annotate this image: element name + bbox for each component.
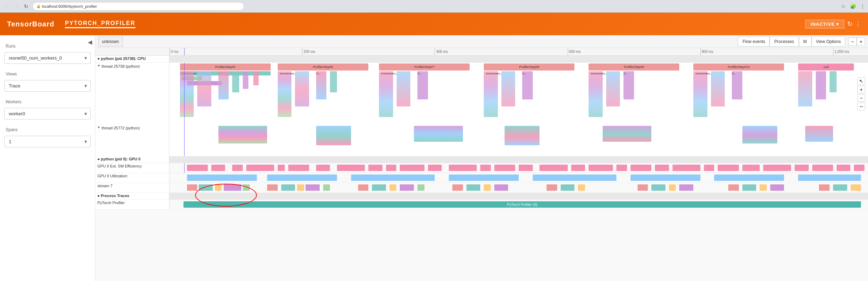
header-reload-button[interactable]: ↻ <box>847 20 852 28</box>
back-button[interactable]: ← <box>3 3 10 10</box>
step6-stack3 <box>316 71 327 99</box>
o9-label: O... <box>623 72 628 75</box>
cursor-line <box>184 48 185 55</box>
sm-bar13 <box>449 165 477 171</box>
s7-bar16 <box>452 184 463 191</box>
s7-bar4 <box>224 184 241 191</box>
flow-events-button[interactable]: Flow events <box>738 37 770 47</box>
plugin-name: PYTORCH_PROFILER <box>65 20 135 28</box>
header-settings-button[interactable]: ⋮ <box>855 21 861 28</box>
util-bar5 <box>533 175 617 181</box>
inactive-button[interactable]: INACTIVE ▾ <box>805 20 844 29</box>
runs-select-wrapper: resnet50_num_workers_0 ▼ <box>4 52 91 64</box>
gpu-sm-content[interactable] <box>169 163 868 173</box>
sm-bar12 <box>428 165 442 171</box>
puzzle-icon: 🧩 <box>850 4 856 9</box>
pytorch-profiler-bar: PyTorch Profiler (0) <box>183 201 861 208</box>
step6-stack4 <box>330 71 337 92</box>
reload-button[interactable]: ↻ <box>23 3 30 10</box>
s7-bar9 <box>306 184 320 191</box>
runs-select[interactable]: resnet50_num_workers_0 <box>4 52 91 64</box>
spans-select[interactable]: 1 <box>4 136 91 147</box>
s7-bar30 <box>770 184 784 191</box>
profiler-step-6: ProfilerStep#6 <box>278 63 368 71</box>
processes-button[interactable]: Processes <box>770 37 798 47</box>
s7-bar18 <box>484 184 491 191</box>
pytorch-profiler-content[interactable]: PyTorch Profiler (0) <box>169 200 868 209</box>
s7-bar14 <box>400 184 414 191</box>
step7-stack <box>379 71 393 117</box>
pytorch-profiler-row: PyTorch Profiler PyTorch Profiler (0) <box>95 200 868 210</box>
step8-stack3 <box>522 71 533 99</box>
view-options-button[interactable]: View Options <box>812 37 845 47</box>
tick-600: 600 ms <box>568 48 581 55</box>
step5-stack4 <box>232 71 239 92</box>
zoom-out-button[interactable]: − <box>848 37 857 46</box>
zoom-nav: ↖ + − ↔ <box>857 77 865 110</box>
gpu-util-content[interactable] <box>169 173 868 183</box>
sm-bar4 <box>246 165 274 171</box>
step8-stack2 <box>501 71 516 106</box>
step10-stack2 <box>711 71 725 106</box>
s7-bar32 <box>833 184 847 191</box>
step7-stack3 <box>417 71 428 99</box>
s7-bar8 <box>297 184 304 191</box>
sm-bar24 <box>704 165 715 171</box>
s7-bar22 <box>578 184 585 191</box>
zoom-in-nav-button[interactable]: + <box>857 86 865 93</box>
tick-1000: 1,000 ms <box>833 48 849 55</box>
o6-label: O... <box>316 72 321 75</box>
step9-stack <box>589 71 603 117</box>
sm-bar28 <box>795 165 809 171</box>
zoom-out-nav-button[interactable]: − <box>857 94 865 102</box>
app-header: TensorBoard PYTORCH_PROFILER INACTIVE ▾ … <box>0 13 868 35</box>
app-logo: TensorBoard <box>7 20 54 28</box>
sidebar: ◀ Runs resnet50_num_workers_0 ▼ Views Tr… <box>0 35 95 281</box>
thread-25738-content[interactable]: ProfilerStep#5 enumerate(... O... <box>169 63 868 124</box>
sidebar-collapse-button[interactable]: ◀ <box>88 39 92 45</box>
gpu-util-row: GPU 0 Utilization: <box>95 173 868 183</box>
cursor-nav-button[interactable]: ↖ <box>857 77 865 85</box>
workers-select[interactable]: worker0 <box>4 108 91 120</box>
views-select-wrapper: Trace ▼ <box>4 80 91 92</box>
sm-bar17 <box>540 165 567 171</box>
python-cpu-header-row: ● python (pid 25738): CPU <box>95 56 868 63</box>
stream7-content[interactable] <box>169 183 868 193</box>
address-bar[interactable]: 🔒 localhost:6006/#pytorch_profiler <box>32 2 244 11</box>
thread-25772-content[interactable] <box>169 124 868 156</box>
cud-bar: cud <box>798 63 854 71</box>
sm-bar30 <box>837 165 851 171</box>
zoom-in-button[interactable]: + <box>857 37 865 46</box>
t25772-step6 <box>316 126 351 145</box>
step5-stack6 <box>253 71 259 85</box>
enum8-label: enumerate(... <box>486 72 503 75</box>
enum6-label: enumerate(... <box>280 72 297 75</box>
pytorch-profiler-label: PyTorch Profiler <box>95 200 169 209</box>
timeline-header: 0 ms 200 ms 400 ms 600 ms 800 ms 1,000 m… <box>95 48 868 56</box>
sm-bar25 <box>718 165 739 171</box>
timeline-ruler: 0 ms 200 ms 400 ms 600 ms 800 ms 1,000 m… <box>169 48 868 55</box>
s7-bar3 <box>215 184 222 191</box>
main-layout: ◀ Runs resnet50_num_workers_0 ▼ Views Tr… <box>0 35 868 281</box>
url-text: localhost:6006/#pytorch_profiler <box>42 4 97 8</box>
tick-800: 800 ms <box>700 48 713 55</box>
forward-button[interactable]: → <box>13 3 20 10</box>
m-button[interactable]: M <box>799 37 812 47</box>
step10-stack3 <box>732 71 742 99</box>
cud-stack3 <box>830 71 837 92</box>
fit-nav-button[interactable]: ↔ <box>857 103 865 110</box>
t25772-step7 <box>414 126 463 142</box>
enum7-label: enumerate(... <box>381 72 398 75</box>
s7-bar20 <box>547 184 557 191</box>
sm-bar18 <box>571 165 585 171</box>
s7-bar12 <box>372 184 386 191</box>
t25772-step8 <box>505 126 540 145</box>
step7-stack2 <box>397 71 411 106</box>
python-gpu-header-row: ● python (pid 0): GPU 0 <box>95 156 868 163</box>
cud-stack2 <box>816 71 826 99</box>
profiler-step-10: ProfilerStep#10 <box>693 63 784 71</box>
views-select[interactable]: Trace <box>4 80 91 92</box>
thread-25772-label: ▼ thread 25772 (python) <box>95 124 169 156</box>
sm-bar6 <box>288 165 309 171</box>
sm-bar10 <box>386 165 397 171</box>
